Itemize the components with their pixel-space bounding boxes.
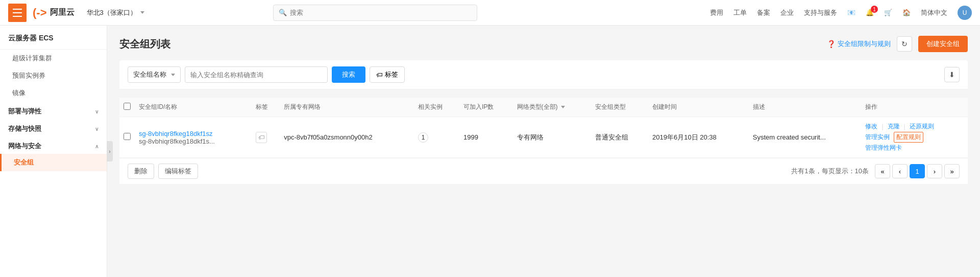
pagination-first-button[interactable]: « (875, 164, 890, 178)
sidebar-group-storage-label: 存储与快照 (8, 124, 41, 133)
global-search[interactable]: 🔍 (273, 5, 477, 21)
nav-item-bell[interactable]: 🔔 1 (866, 9, 874, 16)
export-icon: ⬇ (949, 71, 955, 79)
row-checkbox-cell (119, 117, 135, 158)
row-checkbox[interactable] (124, 133, 131, 140)
th-ip-count: 可加入IP数 (459, 98, 513, 117)
row-create-time: 2019年6月10日 20:38 (648, 117, 749, 158)
region-selector[interactable]: 华北3（张家口） (87, 8, 144, 17)
row-tag-icon[interactable]: 🏷 (256, 132, 267, 143)
region-chevron-icon (140, 11, 144, 14)
action-clone[interactable]: 克隆 (888, 122, 900, 131)
edit-tag-button[interactable]: 编辑标签 (158, 164, 198, 179)
bottom-bar: 删除 编辑标签 共有1条，每页显示：10条 « ‹ 1 › » (119, 158, 968, 184)
action-links: 修改 | 克隆 | 还原规则 管理实例 配置规则 (865, 122, 964, 152)
pagination: 共有1条，每页显示：10条 « ‹ 1 › » (791, 164, 960, 178)
th-vpc: 所属专有网络 (280, 98, 414, 117)
th-network-type: 网络类型(全部) (513, 98, 591, 117)
filter-select-arrow-icon (171, 74, 175, 76)
row-create-time-text: 2019年6月10日 20:38 (652, 133, 717, 141)
sidebar-item-reserved[interactable]: 预留实例券 (0, 67, 107, 84)
bottom-actions: 删除 编辑标签 (128, 164, 198, 179)
nav-item-cart[interactable]: 🛒 (884, 9, 892, 16)
th-actions: 操作 (861, 98, 968, 117)
row-instances: 1 (414, 117, 459, 158)
security-limit-link[interactable]: ❓ 安全组限制与规则 (827, 39, 891, 49)
action-manage-nic[interactable]: 管理弹性网卡 (865, 144, 902, 152)
row-network-type-text: 专有网络 (517, 133, 544, 141)
row-ip-count: 1999 (459, 117, 513, 158)
pagination-next-button[interactable]: › (927, 164, 942, 178)
nav-item-cost[interactable]: 费用 (710, 8, 723, 17)
page-header: 安全组列表 ❓ 安全组限制与规则 ↻ 创建安全组 (119, 36, 968, 52)
select-all-checkbox[interactable] (124, 103, 131, 110)
sidebar-group-deploy-label: 部署与弹性 (8, 107, 41, 116)
row-vpc-text: vpc-8vb7f05a0zsmonn0y00h2 (284, 133, 372, 141)
pagination-prev-button[interactable]: ‹ (892, 164, 908, 178)
refresh-button[interactable]: ↻ (897, 36, 912, 52)
th-create-time: 创建时间 (648, 98, 749, 117)
sidebar-group-deploy[interactable]: 部署与弹性 ∨ (0, 102, 107, 119)
row-vpc: vpc-8vb7f05a0zsmonn0y00h2 (280, 117, 414, 158)
pagination-last-button[interactable]: » (944, 164, 960, 178)
table-row: sg-8vbhiqr8fkeg18dkf1sz sg-8vbhiqr8fkeg1… (119, 117, 968, 158)
sidebar-group-storage[interactable]: 存储与快照 ∨ (0, 119, 107, 136)
table-body: sg-8vbhiqr8fkeg18dkf1sz sg-8vbhiqr8fkeg1… (119, 117, 968, 158)
action-modify[interactable]: 修改 (865, 122, 877, 131)
filter-select[interactable]: 安全组名称 (128, 66, 181, 83)
filter-select-label: 安全组名称 (133, 70, 166, 79)
question-icon: ❓ (827, 40, 836, 48)
action-row-2: 管理实例 配置规则 (865, 132, 964, 143)
sidebar-collapse-icon: › (109, 149, 110, 154)
sidebar-group-network[interactable]: 网络与安全 ∧ (0, 136, 107, 154)
action-row-3: 管理弹性网卡 (865, 144, 964, 152)
sidebar-item-supercompute[interactable]: 超级计算集群 (0, 50, 107, 67)
nav-item-ticket[interactable]: 工单 (733, 8, 747, 17)
nav-item-mail[interactable]: 📧 (847, 9, 855, 16)
row-group-type: 普通安全组 (591, 117, 648, 158)
search-input[interactable] (290, 9, 472, 16)
row-id-name: sg-8vbhiqr8fkeg18dkf1sz sg-8vbhiqr8fkeg1… (135, 117, 252, 158)
th-tag: 标签 (252, 98, 280, 117)
sidebar-item-supercompute-label: 超级计算集群 (12, 54, 52, 63)
nav-item-home[interactable]: 🏠 (902, 9, 911, 16)
action-restore-rule[interactable]: 还原规则 (910, 122, 934, 131)
th-instances: 相关实例 (414, 98, 459, 117)
nav-item-lang[interactable]: 简体中文 (921, 8, 947, 17)
row-id-link[interactable]: sg-8vbhiqr8fkeg18dkf1sz (139, 130, 213, 137)
nav-item-support[interactable]: 支持与服务 (804, 8, 837, 17)
pagination-current-button[interactable]: 1 (910, 164, 925, 178)
page-header-actions: ❓ 安全组限制与规则 ↻ 创建安全组 (827, 36, 968, 52)
action-manage-instance[interactable]: 管理实例 (865, 133, 890, 142)
delete-button[interactable]: 删除 (128, 164, 154, 179)
sidebar-group-storage-arrow: ∨ (95, 126, 99, 132)
row-group-type-text: 普通安全组 (595, 133, 628, 141)
export-button[interactable]: ⬇ (944, 67, 960, 82)
logo-icon: (-> (33, 6, 47, 19)
user-avatar[interactable]: U (958, 6, 972, 20)
row-instances-badge: 1 (418, 132, 428, 143)
top-nav: (-> 阿里云 华北3（张家口） 🔍 费用 工单 备案 企业 支持与服务 📧 🔔… (0, 0, 980, 26)
logo: (-> 阿里云 (33, 6, 75, 19)
create-security-group-button[interactable]: 创建安全组 (918, 36, 968, 52)
sidebar: 云服务器 ECS 超级计算集群 预留实例券 镜像 部署与弹性 ∨ 存储与快照 ∨… (0, 26, 107, 277)
filter-input[interactable] (185, 66, 328, 83)
sidebar-group-deploy-arrow: ∨ (95, 109, 99, 114)
tag-label: 标签 (385, 70, 398, 79)
security-limit-link-text: 安全组限制与规则 (838, 39, 891, 49)
row-name: sg-8vbhiqr8fkeg18dkf1s... (139, 137, 215, 145)
hamburger-menu[interactable] (8, 4, 27, 22)
row-tag: 🏷 (252, 117, 280, 158)
search-button[interactable]: 搜索 (332, 66, 365, 83)
sidebar-item-security-group[interactable]: 安全组 (0, 154, 107, 171)
tag-button[interactable]: 🏷 标签 (370, 66, 405, 83)
nav-item-record[interactable]: 备案 (757, 8, 770, 17)
action-configure-rule[interactable]: 配置规则 (894, 132, 923, 143)
sidebar-collapse-button[interactable]: › (107, 141, 113, 161)
action-row-1: 修改 | 克隆 | 还原规则 (865, 122, 964, 131)
row-desc-text: System created securit... (753, 133, 826, 141)
row-desc: System created securit... (749, 117, 862, 158)
nav-item-enterprise[interactable]: 企业 (780, 8, 794, 17)
sidebar-group-network-arrow: ∧ (95, 144, 99, 149)
sidebar-item-image[interactable]: 镜像 (0, 84, 107, 102)
